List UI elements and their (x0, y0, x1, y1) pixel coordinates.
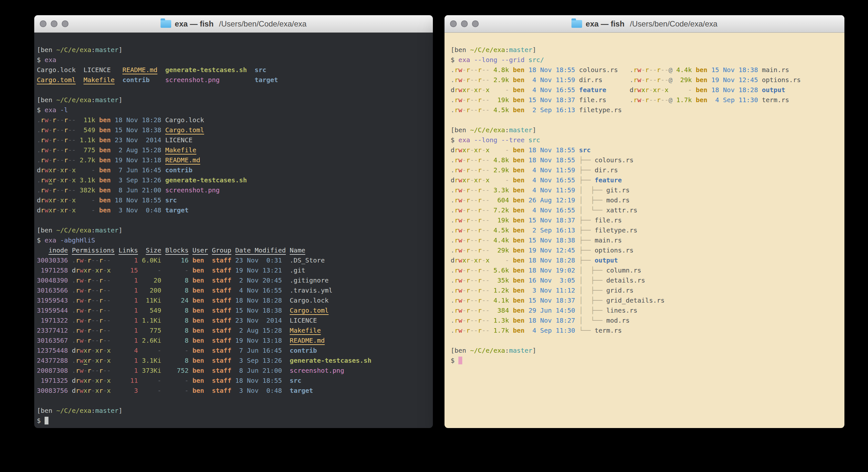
terminal-line: 1971258 drwxr-xr-x 15 - - ben staff 19 N… (37, 265, 431, 275)
window-title-path: /Users/ben/Code/exa/exa (219, 20, 307, 28)
terminal-line: .rw-r--r-- 1.7k ben 4 Sep 11:30 └── term… (451, 326, 842, 335)
titlebar[interactable]: exa — fish /Users/ben/Code/exa/exa (34, 15, 433, 33)
terminal-line: .rw-r--r-- 549 ben 15 Nov 18:38 Cargo.to… (37, 125, 431, 135)
folder-icon (571, 20, 582, 28)
terminal-line: .rw-r--r-- 604 ben 26 Aug 12:19 │ ├── mo… (451, 195, 842, 205)
terminal-line: drwxr-xr-x - ben 18 Nov 18:55 src (451, 145, 842, 155)
terminal-line: .rw-r--r-- 1.1k ben 23 Nov 2014 LICENCE (37, 135, 431, 145)
terminal-line: .rw-r--r-- 4.5k ben 2 Sep 16:13 ├── file… (451, 225, 842, 235)
titlebar[interactable]: exa — fish /Users/ben/Code/exa/exa (444, 15, 844, 33)
terminal-window-light: exa — fish /Users/ben/Code/exa/exa [ben … (444, 15, 844, 428)
terminal-line: 30030336 .rw-r--r-- 1 6.0Ki 16 ben staff… (37, 256, 431, 265)
window-controls (40, 15, 68, 32)
terminal-line: .rw-r--r-- 2.9k ben 4 Nov 11:59 ├── dir.… (451, 165, 842, 175)
terminal-line: 31959544 .rw-r--r-- 1 549 8 ben staff 15… (37, 305, 431, 316)
terminal-line: .rw-r--r-- 35k ben 16 Nov 3:05 │ ├── det… (451, 275, 842, 286)
terminal-line: $ exa --long --tree src (451, 135, 842, 145)
terminal-line: drwxr-xr-x - ben 18 Nov 18:28 ├── output (451, 256, 842, 265)
terminal-line: Cargo.toml Makefile contrib screenshot.p… (37, 75, 431, 85)
terminal-line: 31959543 .rw-r--r-- 1 11Ki 24 ben staff … (37, 295, 431, 305)
terminal-line: [ben ~/C/e/exa:master] (37, 95, 431, 105)
terminal-line: $ (37, 416, 431, 426)
zoom-button[interactable] (472, 20, 479, 27)
terminal-line: .rw-r--r-- 2.7k ben 19 Nov 13:18 README.… (37, 155, 431, 165)
terminal-line: .rw-r--r-- 1.2k ben 3 Nov 11:12 │ ├── gr… (451, 286, 842, 295)
terminal-line (451, 335, 842, 346)
terminal-line (451, 115, 842, 125)
terminal-line: 30163566 .rw-r--r-- 1 200 8 ben staff 4 … (37, 286, 431, 295)
terminal-line: Cargo.lock LICENCE README.md generate-te… (37, 65, 431, 75)
terminal-line: .rw-r--r-- 3.3k ben 4 Nov 11:59 │ ├── gi… (451, 185, 842, 195)
terminal-line: [ben ~/C/e/exa:master] (451, 45, 842, 55)
window-title-app: exa — fish (586, 20, 624, 28)
terminal-line: 30083756 drwxr-xr-x 3 - - ben staff 3 No… (37, 386, 431, 396)
terminal-line: 30163567 .rw-r--r-- 1 2.6Ki 8 ben staff … (37, 335, 431, 346)
terminal-line (37, 85, 431, 95)
terminal-line: 20087308 .rw-r--r-- 1 373Ki 752 ben staf… (37, 366, 431, 376)
terminal-line: 24377288 .rwxr-xr-x 1 3.1Ki 8 ben staff … (37, 356, 431, 366)
terminal-line: .rw-r--r-- 4.4k ben 15 Nov 18:38 ├── mai… (451, 235, 842, 245)
terminal-line: .rw-r--r-- 7.2k ben 4 Nov 16:55 │ └── xa… (451, 205, 842, 215)
terminal-line: $ exa (37, 55, 431, 65)
terminal-line: .rw-r--r-- 4.5k ben 2 Sep 16:13 filetype… (451, 105, 842, 115)
window-title: exa — fish /Users/ben/Code/exa/exa (160, 20, 307, 28)
terminal-line: .rw-r--r-- 19k ben 15 Nov 18:37 file.rs … (451, 95, 842, 105)
terminal-line: $ exa --long --grid src/ (451, 55, 842, 65)
window-controls (450, 15, 479, 32)
close-button[interactable] (40, 20, 46, 27)
terminal-line: .rw-r--r-- 11k ben 18 Nov 18:28 Cargo.lo… (37, 115, 431, 125)
terminal-line (37, 396, 431, 406)
terminal-line: drwxr-xr-x - ben 4 Nov 16:55 feature drw… (451, 85, 842, 95)
terminal-line: drwxr-xr-x - ben 7 Jun 16:45 contrib (37, 165, 431, 175)
terminal-line: .rw-r--r-- 29k ben 19 Nov 12:45 ├── opti… (451, 245, 842, 256)
terminal-line: .rw-r--r-- 384 ben 29 Jun 14:50 │ ├── li… (451, 305, 842, 316)
terminal-line: [ben ~/C/e/exa:master] (37, 406, 431, 416)
terminal-line: $ (451, 356, 842, 366)
terminal-line: inode Permissions Links Size Blocks User… (37, 245, 431, 256)
terminal-line: 30048390 .rw-r--r-- 1 20 8 ben staff 2 N… (37, 275, 431, 286)
minimize-button[interactable] (461, 20, 468, 27)
terminal-line: .rw-r--r-- 1.3k ben 18 Nov 18:27 │ └── m… (451, 316, 842, 326)
terminal-line: .rw-r--r-- 775 ben 2 Aug 15:28 Makefile (37, 145, 431, 155)
window-title: exa — fish /Users/ben/Code/exa/exa (571, 20, 717, 28)
terminal-line: .rw-r--r-- 4.1k ben 15 Nov 18:37 │ ├── g… (451, 295, 842, 305)
terminal-content-dark[interactable]: [ben ~/C/e/exa:master]$ exaCargo.lock LI… (34, 33, 433, 426)
terminal-line: .rw-r--r-- 19k ben 15 Nov 18:37 ├── file… (451, 215, 842, 225)
terminal-line: 23377412 .rw-r--r-- 1 775 8 ben staff 2 … (37, 326, 431, 335)
minimize-button[interactable] (51, 20, 58, 27)
window-title-path: /Users/ben/Code/exa/exa (630, 20, 717, 28)
terminal-line: 12375448 drwxr-xr-x 4 - - ben staff 7 Ju… (37, 346, 431, 356)
terminal-line (37, 215, 431, 225)
terminal-line: $ exa -abghHliS (37, 235, 431, 245)
terminal-line: drwxr-xr-x - ben 4 Nov 16:55 ├── feature (451, 175, 842, 185)
terminal-line: .rw-r--r-- 4.8k ben 18 Nov 18:55 ├── col… (451, 155, 842, 165)
terminal-line: .rw-r--r-- 382k ben 8 Jun 21:00 screensh… (37, 185, 431, 195)
window-title-app: exa — fish (175, 20, 214, 28)
folder-icon (160, 20, 171, 28)
terminal-line: 1971325 drwxr-xr-x 11 - - ben staff 18 N… (37, 376, 431, 386)
terminal-line: $ exa -l (37, 105, 431, 115)
terminal-line: drwxr-xr-x - ben 18 Nov 18:55 src (37, 195, 431, 205)
terminal-line: [ben ~/C/e/exa:master] (451, 346, 842, 356)
terminal-line: [ben ~/C/e/exa:master] (37, 45, 431, 55)
terminal-line: 1971322 .rw-r--r-- 1 1.1Ki 8 ben staff 2… (37, 316, 431, 326)
terminal-line: .rw-r--r-- 4.8k ben 18 Nov 18:55 colours… (451, 65, 842, 75)
zoom-button[interactable] (62, 20, 68, 27)
terminal-line: [ben ~/C/e/exa:master] (37, 225, 431, 235)
terminal-line: [ben ~/C/e/exa:master] (451, 125, 842, 135)
terminal-content-light[interactable]: [ben ~/C/e/exa:master]$ exa --long --gri… (444, 33, 844, 366)
terminal-window-dark: exa — fish /Users/ben/Code/exa/exa [ben … (34, 15, 433, 428)
terminal-line: .rwxr-xr-x 3.1k ben 3 Sep 13:26 generate… (37, 175, 431, 185)
terminal-line: drwxr-xr-x - ben 3 Nov 0:48 target (37, 205, 431, 215)
close-button[interactable] (450, 20, 457, 27)
terminal-line: .rw-r--r-- 5.6k ben 18 Nov 19:02 │ ├── c… (451, 265, 842, 275)
terminal-line: .rw-r--r-- 2.9k ben 4 Nov 11:59 dir.rs .… (451, 75, 842, 85)
